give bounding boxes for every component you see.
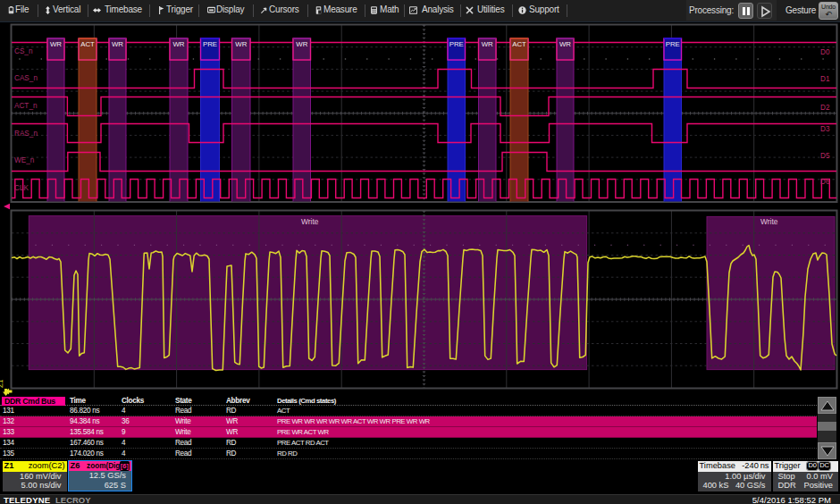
svg-text:D6: D6 — [820, 178, 830, 186]
svg-text:WR: WR — [112, 40, 123, 48]
svg-text:D3: D3 — [820, 125, 830, 133]
svg-text:CAS_n: CAS_n — [14, 74, 38, 82]
svg-text:WR: WR — [235, 40, 247, 48]
svg-text:WR: WR — [482, 40, 493, 48]
svg-text:WE_n: WE_n — [14, 156, 35, 164]
svg-text:D1: D1 — [820, 75, 830, 83]
svg-text:WR: WR — [296, 40, 307, 48]
svg-text:Write: Write — [301, 217, 319, 226]
svg-text:CLK: CLK — [14, 184, 29, 192]
svg-text:ACT_n: ACT_n — [14, 102, 38, 110]
svg-text:D2: D2 — [820, 104, 830, 112]
svg-text:CS_n: CS_n — [14, 47, 33, 55]
svg-text:PRE: PRE — [203, 40, 217, 48]
svg-text:PRE: PRE — [666, 40, 680, 48]
svg-text:WR: WR — [173, 40, 185, 48]
svg-text:Z1: Z1 — [0, 379, 4, 388]
svg-text:ACT: ACT — [80, 40, 95, 48]
svg-text:D0: D0 — [820, 48, 830, 56]
svg-text:PRE: PRE — [449, 40, 464, 48]
svg-text:ACT: ACT — [512, 40, 526, 48]
svg-text:WR: WR — [50, 40, 62, 48]
svg-text:RAS_n: RAS_n — [14, 130, 38, 138]
svg-text:D5: D5 — [820, 152, 830, 160]
svg-text:Write: Write — [760, 217, 778, 226]
svg-text:WR: WR — [559, 40, 571, 48]
